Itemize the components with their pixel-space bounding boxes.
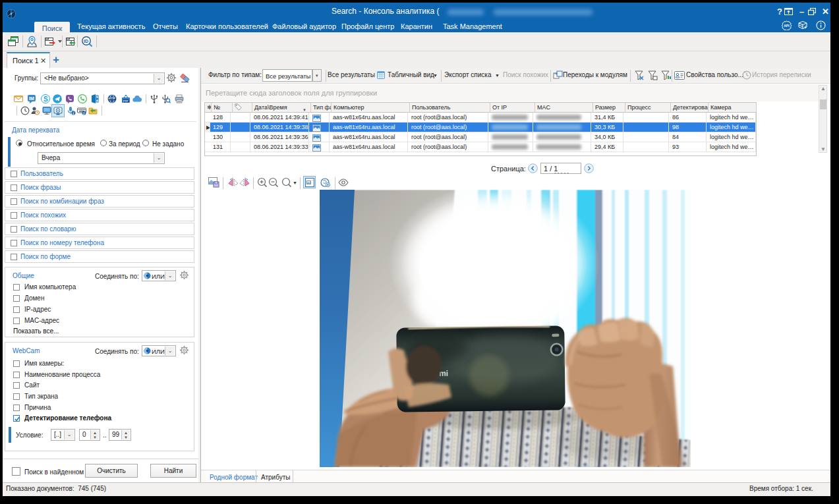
svg-text:ID: ID — [84, 39, 88, 43]
svg-text:FTP: FTP — [123, 100, 129, 103]
svg-text:HTTP: HTTP — [109, 97, 116, 100]
svg-text:S: S — [43, 96, 48, 103]
svg-text:API: API — [784, 24, 790, 28]
svg-text:IM: IM — [29, 96, 34, 101]
